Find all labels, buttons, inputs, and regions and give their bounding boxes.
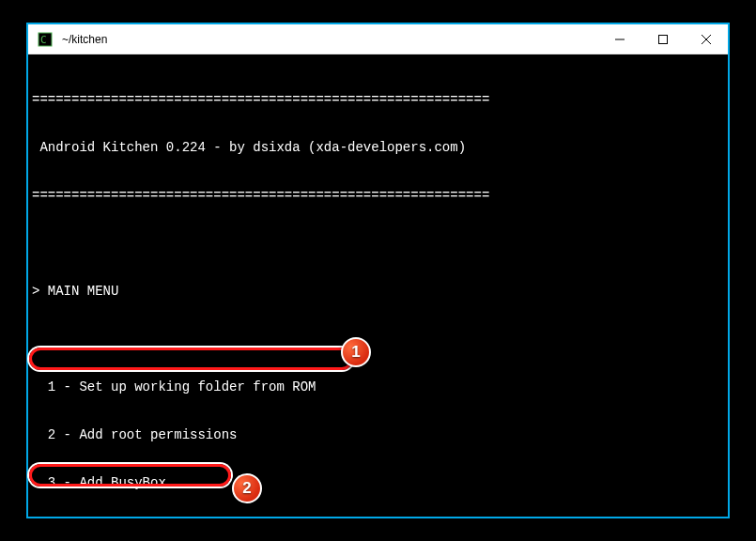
separator-line: ========================================… (32, 92, 724, 108)
app-header: Android Kitchen 0.224 - by dsixda (xda-d… (32, 140, 724, 156)
menu-item-3: 3 - Add BusyBox (32, 475, 724, 491)
terminal-window: C ~/kitchen ============================… (26, 23, 730, 518)
menu-item-1: 1 - Set up working folder from ROM (32, 379, 724, 395)
minimize-button[interactable] (598, 24, 641, 54)
app-icon: C (36, 30, 54, 49)
window-title: ~/kitchen (62, 33, 598, 46)
menu-title: > MAIN MENU (32, 284, 724, 300)
titlebar: C ~/kitchen (28, 24, 728, 54)
terminal-content[interactable]: ========================================… (28, 54, 728, 517)
blank-line (32, 332, 724, 348)
menu-item-2: 2 - Add root permissions (32, 427, 724, 443)
window-controls (598, 24, 728, 54)
close-button[interactable] (685, 24, 728, 54)
svg-text:C: C (40, 34, 47, 46)
svg-rect-3 (659, 35, 668, 43)
blank-line (32, 236, 724, 252)
maximize-button[interactable] (641, 24, 685, 54)
separator-line: ========================================… (32, 188, 724, 204)
